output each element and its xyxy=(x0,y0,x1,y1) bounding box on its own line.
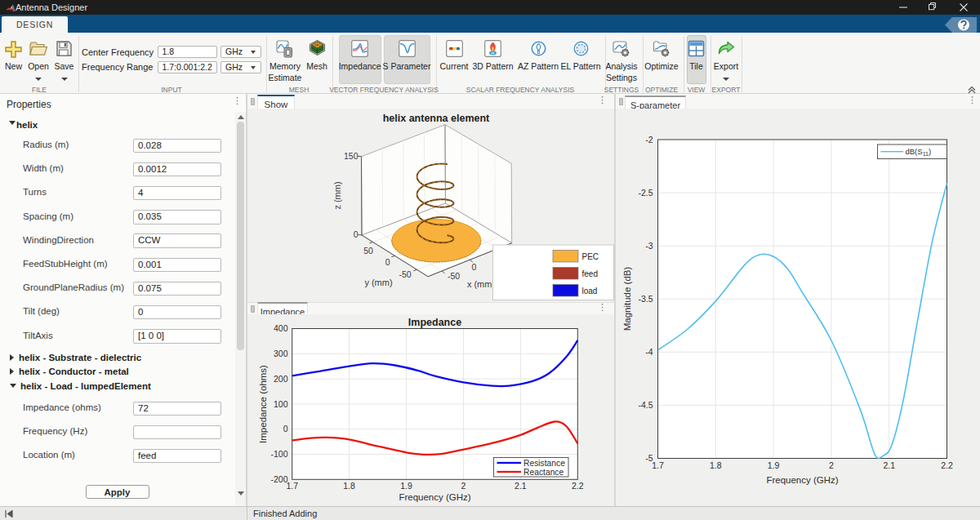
svg-text:-3.5: -3.5 xyxy=(638,294,653,304)
svg-text:2: 2 xyxy=(461,481,466,491)
svg-text:z (mm): z (mm) xyxy=(332,181,342,209)
svg-text:-2: -2 xyxy=(645,135,653,144)
svg-text:2.2: 2.2 xyxy=(941,460,953,470)
svg-text:-50: -50 xyxy=(448,271,460,281)
svg-text:2.1: 2.1 xyxy=(883,460,895,470)
svg-text:1.8: 1.8 xyxy=(710,460,722,470)
svg-text:-200: -200 xyxy=(270,474,287,484)
svg-text:50: 50 xyxy=(363,246,373,256)
svg-text:1.9: 1.9 xyxy=(400,481,412,491)
svg-text:load: load xyxy=(582,287,598,296)
svg-text:-5: -5 xyxy=(645,453,653,463)
svg-text:0: 0 xyxy=(283,424,288,433)
svg-text:Frequency (GHz): Frequency (GHz) xyxy=(399,492,470,502)
svg-text:0: 0 xyxy=(385,257,390,267)
svg-text:helix antenna element: helix antenna element xyxy=(383,113,490,124)
svg-text:1.8: 1.8 xyxy=(343,481,355,491)
svg-text:2: 2 xyxy=(829,460,834,470)
svg-text:-3: -3 xyxy=(645,241,653,251)
svg-text:Impedance: Impedance xyxy=(408,317,461,328)
svg-text:0: 0 xyxy=(471,262,476,272)
svg-text:Frequency (GHz): Frequency (GHz) xyxy=(766,475,838,485)
svg-text:400: 400 xyxy=(274,323,288,333)
svg-text:Magnitude (dB): Magnitude (dB) xyxy=(622,267,632,331)
svg-text:2.2: 2.2 xyxy=(572,481,584,491)
svg-text:150: 150 xyxy=(344,151,359,161)
svg-text:1.7: 1.7 xyxy=(652,460,664,470)
svg-text:1.9: 1.9 xyxy=(768,460,780,470)
svg-text:y (mm): y (mm) xyxy=(364,278,392,287)
svg-text:feed: feed xyxy=(582,269,598,278)
svg-text:-4: -4 xyxy=(645,347,653,357)
svg-text:PEC: PEC xyxy=(582,252,599,261)
svg-text:0: 0 xyxy=(354,229,359,239)
svg-text:-4.5: -4.5 xyxy=(638,400,653,410)
svg-text:-100: -100 xyxy=(270,449,287,459)
svg-text:x (mm): x (mm) xyxy=(467,279,495,289)
svg-text:Impedance (ohms): Impedance (ohms) xyxy=(258,365,268,443)
svg-text:-2.5: -2.5 xyxy=(638,188,653,198)
svg-text:-50: -50 xyxy=(399,269,411,279)
svg-text:2.1: 2.1 xyxy=(514,481,527,491)
svg-text:300: 300 xyxy=(274,349,288,358)
svg-text:Resistance: Resistance xyxy=(523,459,565,468)
svg-text:Reactance: Reactance xyxy=(523,468,564,477)
svg-text:1.7: 1.7 xyxy=(286,481,298,491)
svg-text:200: 200 xyxy=(274,374,288,384)
svg-text:100: 100 xyxy=(274,399,288,409)
